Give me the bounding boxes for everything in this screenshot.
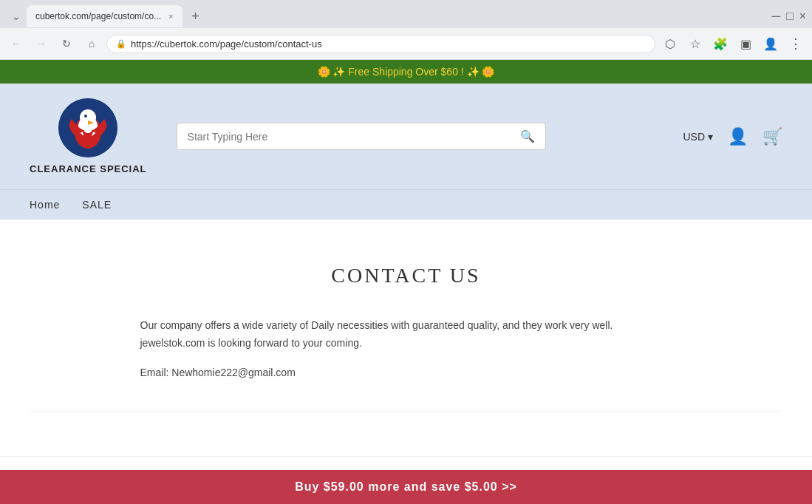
menu-icon[interactable]: ⋮ [785, 33, 806, 54]
extensions-icon[interactable]: 🧩 [710, 33, 731, 54]
header-right: USD ▾ 👤 🛒 [683, 127, 782, 146]
tab-close-button[interactable]: × [168, 12, 173, 21]
bookmark-icon[interactable]: ☆ [685, 33, 706, 54]
nav-list: Home SALE [30, 190, 782, 219]
promo-banner: 🌼 ✨ Free Shipping Over $60 ! ✨ 🌼 [0, 60, 812, 84]
refresh-button[interactable]: ↻ [56, 33, 77, 54]
minimize-button[interactable]: ─ [772, 10, 780, 23]
contact-email: Email: Newhomie222@gmail.com [140, 364, 672, 382]
new-tab-button[interactable]: + [185, 6, 206, 27]
nav-link-sale[interactable]: SALE [82, 190, 112, 219]
sticky-bar-text: Buy $59.00 more and save $5.00 >> [295, 480, 517, 493]
cast-icon[interactable]: ⬡ [660, 33, 680, 54]
browser-chrome: ⌄ cubertok.com/page/custom/co... × + ─ □… [0, 0, 812, 60]
search-bar[interactable]: 🔍 [177, 123, 546, 150]
page-content: 🌼 ✨ Free Shipping Over $60 ! ✨ 🌼 [0, 60, 812, 504]
url-text: https://cubertok.com/page/custom/contact… [131, 38, 322, 50]
window-close-button[interactable]: × [799, 10, 806, 23]
divider [30, 411, 782, 412]
tab-title: cubertok.com/page/custom/co... [35, 11, 161, 21]
currency-chevron: ▾ [708, 131, 713, 143]
browser-tab-bar: ⌄ cubertok.com/page/custom/co... × + ─ □… [0, 0, 812, 28]
logo-area: CLEARANCE SPECIAL [30, 98, 147, 174]
maximize-button[interactable]: □ [786, 10, 794, 23]
nav-link-home[interactable]: Home [30, 190, 60, 219]
tab-scroll-back[interactable]: ⌄ [6, 6, 27, 27]
lock-icon: 🔒 [116, 39, 126, 49]
active-tab[interactable]: cubertok.com/page/custom/co... × [27, 5, 182, 27]
account-icon[interactable]: 👤 [728, 127, 748, 146]
search-icon: 🔍 [520, 129, 535, 143]
back-button[interactable]: ← [6, 33, 27, 54]
browser-toolbar: ← → ↻ ⌂ 🔒 https://cubertok.com/page/cust… [0, 28, 812, 59]
sticky-bar[interactable]: Buy $59.00 more and save $5.00 >> [0, 470, 812, 504]
contact-text: Our company offers a wide variety of Dai… [111, 317, 702, 381]
currency-selector[interactable]: USD ▾ [683, 131, 713, 143]
nav-item-sale[interactable]: SALE [82, 190, 112, 219]
window-controls: ─ □ × [772, 10, 806, 23]
main-content: CONTACT US Our company offers a wide var… [0, 219, 812, 456]
search-input[interactable] [188, 131, 520, 143]
address-bar[interactable]: 🔒 https://cubertok.com/page/custom/conta… [106, 35, 655, 53]
promo-text: 🌼 ✨ Free Shipping Over $60 ! ✨ 🌼 [318, 66, 495, 78]
cart-icon[interactable]: 🛒 [762, 127, 782, 146]
forward-button[interactable]: → [31, 33, 52, 54]
contact-description: Our company offers a wide variety of Dai… [140, 317, 672, 353]
split-view-icon[interactable]: ▣ [735, 33, 756, 54]
site-nav: Home SALE [0, 189, 812, 219]
currency-label: USD [683, 131, 705, 143]
profile-icon[interactable]: 👤 [760, 33, 781, 54]
logo-svg [58, 98, 117, 157]
brand-name: CLEARANCE SPECIAL [30, 163, 147, 174]
logo-image [58, 98, 117, 157]
svg-point-4 [84, 115, 87, 118]
home-button[interactable]: ⌂ [81, 33, 102, 54]
site-header: CLEARANCE SPECIAL 🔍 USD ▾ 👤 🛒 [0, 84, 812, 189]
toolbar-actions: ⬡ ☆ 🧩 ▣ 👤 ⋮ [660, 33, 806, 54]
nav-item-home[interactable]: Home [30, 190, 60, 219]
page-title: CONTACT US [30, 264, 782, 287]
